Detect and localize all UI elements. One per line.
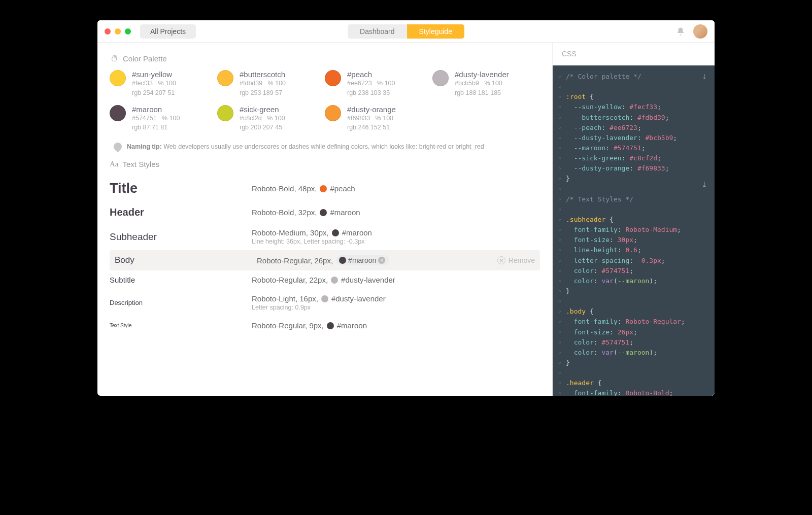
droplet-icon <box>110 54 119 63</box>
swatch-circle <box>110 70 126 86</box>
code-line: ∘ font-family: Roboto-Medium; <box>557 225 707 235</box>
code-line: ∘ <box>557 184 707 194</box>
tip-icon <box>112 141 124 153</box>
swatch-circle <box>325 105 341 121</box>
color-name: #maroon <box>132 105 180 114</box>
section-title: Text Styles <box>123 160 160 168</box>
color-chip[interactable]: #maroon× <box>336 255 389 265</box>
code-line: ∘ line-height: 0.6; <box>557 245 707 255</box>
section-color-palette: Color Palette <box>110 54 540 63</box>
text-style-row[interactable]: Subtitle Roboto-Regular, 22px, #dusty-la… <box>110 270 540 289</box>
text-style-row[interactable]: Text Style Roboto-Regular, 9px, #maroon <box>110 316 540 335</box>
section-title: Color Palette <box>123 54 167 63</box>
swatch-circle <box>325 70 341 86</box>
text-style-row[interactable]: Subheader Roboto-Medium, 30px, #maroon L… <box>110 223 540 250</box>
style-detail: Roboto-Bold, 32px, #maroon <box>252 208 360 217</box>
style-sample: Text Style <box>110 323 242 328</box>
text-style-row[interactable]: Description Roboto-Light, 16px, #dusty-l… <box>110 289 540 316</box>
remove-button[interactable]: Remove <box>497 256 535 264</box>
code-line: ∘ --sun-yellow: #fecf33; <box>557 102 707 112</box>
color-name: #dusty-lavender <box>331 294 386 303</box>
code-line: ∘ <box>557 296 707 306</box>
color-rgb: rgb 246 152 51 <box>347 123 396 132</box>
color-swatch[interactable]: #maroon #574751 % 100 rgb 87 71 81 <box>110 105 217 133</box>
color-name: #butterscotch <box>240 70 286 79</box>
color-name: #peach <box>330 184 355 193</box>
color-swatch[interactable]: #sun-yellow #fecf33 % 100 rgb 254 207 51 <box>110 70 217 98</box>
tab-dashboard[interactable]: Dashboard <box>348 24 407 39</box>
color-meta: #f69833 % 100 <box>347 114 396 123</box>
tab-styleguide[interactable]: Styleguide <box>407 24 464 39</box>
color-swatch[interactable]: #dusty-lavender #bcb5b9 % 100 rgb 188 18… <box>432 70 540 98</box>
color-swatch[interactable]: #peach #ee6723 % 100 rgb 238 103 35 <box>325 70 432 98</box>
content: Color Palette #sun-yellow #fecf33 % 100 … <box>97 43 715 396</box>
download-icon[interactable]: ⤓ <box>701 179 707 190</box>
color-meta: #fecf33 % 100 <box>132 79 176 88</box>
style-sample: Header <box>110 207 242 218</box>
color-meta: #c8cf2d % 100 <box>240 114 285 123</box>
text-styles-list: Title Roboto-Bold, 48px, #peach Header R… <box>110 176 540 335</box>
chip-remove-icon[interactable]: × <box>378 257 385 264</box>
color-name: #dusty-lavender <box>455 70 509 79</box>
color-name: #sun-yellow <box>132 70 176 79</box>
text-style-row[interactable]: Title Roboto-Bold, 48px, #peach <box>110 176 540 201</box>
zoom-window-icon[interactable] <box>125 28 131 35</box>
code-line: ∘.subheader { <box>557 215 707 225</box>
color-dot <box>327 322 334 329</box>
window-traffic-lights <box>105 28 131 35</box>
color-dot <box>331 277 338 284</box>
user-avatar[interactable] <box>693 24 707 39</box>
notifications-icon[interactable] <box>676 27 685 36</box>
swatch-circle <box>432 70 449 86</box>
text-style-row[interactable]: Body Roboto-Regular, 26px, #maroon× Remo… <box>110 250 540 270</box>
color-swatch[interactable]: #sick-green #c8cf2d % 100 rgb 200 207 45 <box>217 105 325 133</box>
code-line: ∘} <box>557 358 707 368</box>
code-line: ∘/* Color palette */ <box>557 72 707 82</box>
color-swatch[interactable]: #dusty-orange #f69833 % 100 rgb 246 152 … <box>325 105 432 133</box>
code-line: ∘ font-family: Roboto-Regular; <box>557 317 707 327</box>
code-line: ∘ <box>557 82 707 92</box>
download-icon[interactable]: ⤓ <box>701 72 707 83</box>
text-style-row[interactable]: Header Roboto-Bold, 32px, #maroon <box>110 201 540 223</box>
code-line: ∘ --butterscotch: #fdbd39; <box>557 113 707 123</box>
code-line: ∘ --sick-green: #c8cf2d; <box>557 153 707 163</box>
tip-label: Naming tip: <box>127 143 162 150</box>
code-line: ∘ color: var(--maroon); <box>557 348 707 358</box>
tip-text: Web developers usually use underscores o… <box>163 143 484 150</box>
style-sample: Description <box>110 299 242 306</box>
color-dot <box>320 185 327 192</box>
minimize-window-icon[interactable] <box>115 28 121 35</box>
color-swatch[interactable]: #butterscotch #fdbd39 % 100 rgb 253 189 … <box>217 70 325 98</box>
swatch-circle <box>110 105 126 121</box>
close-window-icon[interactable] <box>105 28 111 35</box>
style-detail: Roboto-Light, 16px, #dusty-lavender <box>252 294 386 303</box>
color-name: #peach <box>347 70 395 79</box>
style-detail: Roboto-Regular, 9px, #maroon <box>252 321 367 330</box>
color-dot <box>332 229 339 236</box>
code-view[interactable]: ⤓ ⤓ ∘/* Color palette */∘ ∘:root {∘ --su… <box>553 65 715 396</box>
style-detail: Roboto-Regular, 22px, #dusty-lavender <box>252 276 395 284</box>
code-line: ∘} <box>557 174 707 184</box>
code-line: ∘.header { <box>557 378 707 388</box>
color-dot <box>321 295 328 302</box>
color-name: #sick-green <box>240 105 285 114</box>
style-detail: Roboto-Regular, 26px, #maroon× <box>257 255 389 265</box>
code-line: ∘} <box>557 286 707 296</box>
style-sample: Subheader <box>110 231 242 243</box>
section-text-styles: Aa Text Styles <box>110 160 540 168</box>
color-meta: #bcb5b9 % 100 <box>455 79 509 88</box>
aa-icon: Aa <box>110 160 119 168</box>
code-line: ∘ font-family: Roboto-Bold; <box>557 388 707 396</box>
color-name: #maroon <box>330 208 360 217</box>
main-panel: Color Palette #sun-yellow #fecf33 % 100 … <box>97 43 552 396</box>
style-detail: Roboto-Bold, 48px, #peach <box>252 184 355 193</box>
color-rgb: rgb 238 103 35 <box>347 88 395 98</box>
color-name: #dusty-orange <box>347 105 396 114</box>
color-name: #maroon <box>342 228 372 237</box>
color-meta: #fdbd39 % 100 <box>240 79 286 88</box>
all-projects-button[interactable]: All Projects <box>140 24 196 39</box>
titlebar: All Projects Dashboard Styleguide <box>97 20 715 43</box>
close-icon[interactable] <box>497 256 505 264</box>
code-line: ∘/* Text Styles */ <box>557 194 707 204</box>
code-line: ∘ <box>557 204 707 215</box>
